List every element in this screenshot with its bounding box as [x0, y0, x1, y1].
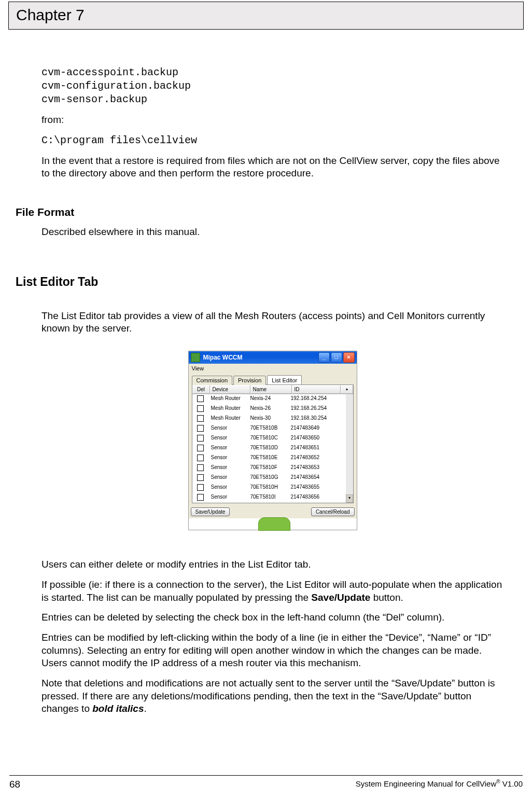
modified-paragraph: Entries can be modified by left-clicking…	[41, 631, 503, 670]
del-checkbox-cell[interactable]	[192, 394, 209, 404]
del-checkbox-cell[interactable]	[192, 434, 209, 444]
code-block-path: C:\program files\cellview	[41, 134, 503, 147]
name-cell[interactable]: 70ET5810B	[248, 424, 289, 434]
close-button[interactable]: ×	[343, 352, 355, 363]
checkbox-icon[interactable]	[197, 474, 204, 481]
id-cell[interactable]: 2147483652	[289, 453, 346, 463]
id-cell[interactable]: 2147483650	[289, 434, 346, 444]
device-cell[interactable]: Sensor	[209, 473, 248, 483]
page-footer: 68 System Engineering Manual for CellVie…	[9, 775, 523, 790]
id-cell[interactable]: 192.168.30.254	[289, 414, 346, 424]
scrollbar[interactable]: ▾	[346, 394, 353, 503]
file-format-paragraph: Described elsewhere in this manual.	[41, 226, 503, 239]
id-cell[interactable]: 192.168.24.254	[289, 394, 346, 404]
table-row[interactable]: Sensor70ET5810E2147483652	[192, 453, 346, 463]
id-cell[interactable]: 2147483655	[289, 483, 346, 493]
table-row[interactable]: Sensor70ET5810D2147483651	[192, 444, 346, 453]
name-cell[interactable]: Nexis-24	[248, 394, 289, 404]
id-cell[interactable]: 2147483656	[289, 493, 346, 503]
checkbox-icon[interactable]	[197, 454, 204, 461]
name-cell[interactable]: 70ET5810F	[248, 463, 289, 473]
scroll-down-button[interactable]: ▾	[346, 494, 353, 503]
name-cell[interactable]: Nexis-30	[248, 414, 289, 424]
from-label: from:	[41, 114, 503, 127]
id-cell[interactable]: 2147483649	[289, 424, 346, 434]
tab-list-editor[interactable]: List Editor	[267, 375, 302, 384]
del-checkbox-cell[interactable]	[192, 424, 209, 434]
name-cell[interactable]: Nexis-26	[248, 404, 289, 414]
checkbox-icon[interactable]	[197, 464, 204, 471]
checkbox-icon[interactable]	[197, 405, 204, 412]
del-checkbox-cell[interactable]	[192, 483, 209, 493]
device-cell[interactable]: Mesh Router	[209, 394, 248, 404]
id-cell[interactable]: 2147483651	[289, 444, 346, 453]
del-checkbox-cell[interactable]	[192, 414, 209, 424]
name-cell[interactable]: 70ET5810E	[248, 453, 289, 463]
name-cell[interactable]: 70ET5810G	[248, 473, 289, 483]
wccm-window: Mipac WCCM _ □ × View Commission Provisi…	[188, 351, 357, 530]
header-del[interactable]: Del	[192, 385, 210, 394]
device-cell[interactable]: Sensor	[209, 424, 248, 434]
del-checkbox-cell[interactable]	[192, 493, 209, 503]
checkbox-icon[interactable]	[197, 494, 204, 501]
checkbox-icon[interactable]	[197, 484, 204, 491]
table-row[interactable]: Mesh RouterNexis-30192.168.30.254	[192, 414, 346, 424]
device-cell[interactable]: Mesh Router	[209, 414, 248, 424]
widget-decoration	[189, 518, 357, 530]
maximize-button[interactable]: □	[331, 352, 342, 363]
save-update-button[interactable]: Save/Update	[191, 507, 230, 516]
tab-row: Commission Provision List Editor	[189, 373, 357, 384]
scroll-up-button[interactable]: ▴	[341, 385, 353, 394]
header-name[interactable]: Name	[250, 385, 292, 394]
table-row[interactable]: Mesh RouterNexis-24192.168.24.254	[192, 394, 346, 404]
header-id[interactable]: ID	[292, 385, 341, 394]
chapter-header: Chapter 7	[8, 2, 524, 30]
checkbox-icon[interactable]	[197, 425, 204, 432]
device-cell[interactable]: Sensor	[209, 493, 248, 503]
del-checkbox-cell[interactable]	[192, 404, 209, 414]
device-cell[interactable]: Sensor	[209, 453, 248, 463]
green-shape-icon	[258, 517, 290, 531]
name-cell[interactable]: 70ET5810I	[248, 493, 289, 503]
registered-symbol: ®	[496, 779, 500, 784]
text-span: V1.00	[500, 779, 523, 788]
tab-commission[interactable]: Commission	[192, 376, 233, 385]
table-row[interactable]: Sensor70ET5810G2147483654	[192, 473, 346, 483]
name-cell[interactable]: 70ET5810H	[248, 483, 289, 493]
del-checkbox-cell[interactable]	[192, 463, 209, 473]
del-checkbox-cell[interactable]	[192, 473, 209, 483]
del-checkbox-cell[interactable]	[192, 453, 209, 463]
checkbox-icon[interactable]	[197, 415, 204, 422]
device-cell[interactable]: Sensor	[209, 483, 248, 493]
table-row[interactable]: Sensor70ET5810I2147483656	[192, 493, 346, 503]
cancel-reload-button[interactable]: Cancel/Reload	[311, 507, 355, 516]
header-device[interactable]: Device	[210, 385, 250, 394]
menu-view[interactable]: View	[192, 365, 204, 371]
window-controls: _ □ ×	[318, 352, 355, 363]
chapter-title: Chapter 7	[16, 6, 516, 24]
button-row: Save/Update Cancel/Reload	[189, 505, 357, 518]
del-checkbox-cell[interactable]	[192, 444, 209, 453]
table-row[interactable]: Sensor70ET5810C2147483650	[192, 434, 346, 444]
checkbox-icon[interactable]	[197, 445, 204, 451]
save-update-bold: Save/Update	[311, 592, 370, 603]
table-row[interactable]: Sensor70ET5810B2147483649	[192, 424, 346, 434]
checkbox-icon[interactable]	[197, 395, 204, 402]
name-cell[interactable]: 70ET5810C	[248, 434, 289, 444]
id-cell[interactable]: 2147483654	[289, 473, 346, 483]
id-cell[interactable]: 192.168.26.254	[289, 404, 346, 414]
device-cell[interactable]: Sensor	[209, 463, 248, 473]
id-cell[interactable]: 2147483653	[289, 463, 346, 473]
tab-provision[interactable]: Provision	[233, 376, 266, 385]
name-cell[interactable]: 70ET5810D	[248, 444, 289, 453]
code-block-backup: cvm-accesspoint.backup cvm-configuration…	[41, 66, 503, 106]
window-title: Mipac WCCM	[203, 354, 318, 361]
table-row[interactable]: Sensor70ET5810F2147483653	[192, 463, 346, 473]
checkbox-icon[interactable]	[197, 435, 204, 442]
device-cell[interactable]: Sensor	[209, 444, 248, 453]
device-cell[interactable]: Mesh Router	[209, 404, 248, 414]
device-cell[interactable]: Sensor	[209, 434, 248, 444]
minimize-button[interactable]: _	[318, 352, 330, 363]
table-row[interactable]: Sensor70ET5810H2147483655	[192, 483, 346, 493]
table-row[interactable]: Mesh RouterNexis-26192.168.26.254	[192, 404, 346, 414]
